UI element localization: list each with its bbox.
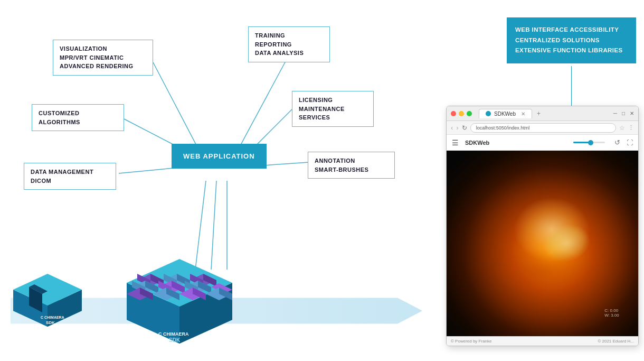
medical-image-area: C: 0.00W: 3.00	[447, 151, 638, 336]
fullscreen-icon[interactable]: ⛶	[627, 139, 633, 146]
annotation-label: ANNOTATION SMART-BRUSHES	[308, 152, 395, 179]
svg-text:SDK: SDK	[169, 337, 181, 343]
svg-text:SDK: SDK	[46, 320, 55, 325]
slider-control[interactable]	[573, 142, 605, 143]
browser-footer: © Powered by Franke © 2021 Eduard H...	[447, 336, 638, 346]
svg-text:C CHIMAERA: C CHIMAERA	[41, 316, 64, 319]
visualization-label: VISUALIZATION MPR/VRT CINEMATIC ADVANCED…	[53, 40, 153, 76]
settings-icon[interactable]: ⋮	[628, 124, 634, 131]
app-navbar: ☰ SDKWeb ↺ ⛶	[447, 135, 638, 151]
forward-button[interactable]: ›	[456, 124, 458, 132]
hamburger-icon[interactable]: ☰	[452, 138, 459, 147]
refresh-button[interactable]: ↻	[462, 124, 467, 132]
sdk-small-box: C CHIMAERA SDK	[8, 258, 90, 332]
sdk-large-box: C CHIMAERA SDK	[121, 246, 238, 351]
url-input[interactable]: localhost:5050/index.html	[470, 123, 616, 133]
svg-line-3	[238, 54, 289, 151]
training-label: TRAINING REPORTING DATA ANALYSIS	[248, 26, 330, 62]
window-close[interactable]: ✕	[630, 110, 634, 116]
right-panel: WEB INTERFACE ACCESSIBILITY CENTRALIZED …	[438, 8, 644, 357]
reload-icon[interactable]: ↺	[614, 138, 620, 146]
customized-label: CUSTOMIZED ALGORITHMS	[32, 104, 124, 131]
web-app-box: WEB APPLICATION	[172, 144, 267, 169]
app-title: SDKWeb	[465, 140, 489, 146]
back-button[interactable]: ‹	[451, 124, 453, 132]
window-minimize[interactable]: ─	[613, 110, 617, 116]
data-mgmt-label: DATA MANAGEMENT DICOM	[24, 163, 116, 190]
bookmark-icon[interactable]: ☆	[619, 124, 625, 132]
svg-text:C  CHIMAERA: C CHIMAERA	[158, 331, 189, 337]
web-feature-box: WEB INTERFACE ACCESSIBILITY CENTRALIZED …	[507, 17, 636, 63]
window-maximize[interactable]: □	[622, 110, 625, 116]
feature-to-browser-line	[571, 66, 572, 106]
browser-titlebar: SDKWeb ✕ + ─ □ ✕	[447, 106, 638, 121]
browser-tab[interactable]: SDKWeb ✕	[479, 109, 532, 118]
svg-line-0	[153, 62, 201, 153]
licensing-label: LICENSING MAINTENANCE SERVICES	[292, 91, 374, 127]
browser-window[interactable]: SDKWeb ✕ + ─ □ ✕ ‹ › ↻ localhost:5050/in…	[446, 106, 639, 346]
browser-urlbar: ‹ › ↻ localhost:5050/index.html ☆ ⋮	[447, 121, 638, 135]
